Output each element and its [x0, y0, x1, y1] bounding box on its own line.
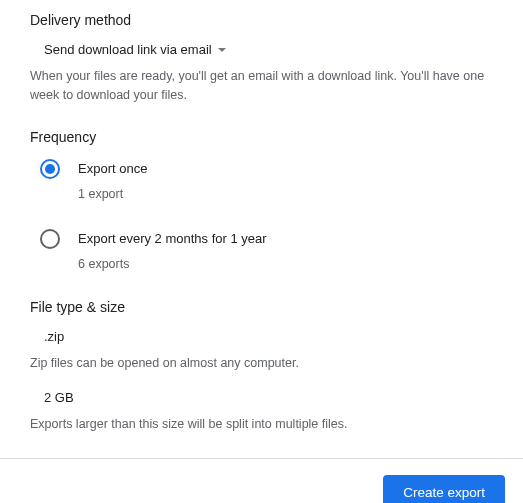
frequency-option-sub: 1 export	[78, 187, 493, 201]
frequency-option-label: Export every 2 months for 1 year	[78, 231, 267, 246]
frequency-option-sub: 6 exports	[78, 257, 493, 271]
file-type-dropdown[interactable]: .zip	[44, 329, 74, 344]
delivery-method-dropdown[interactable]: Send download link via email	[44, 42, 226, 57]
frequency-option-label: Export once	[78, 161, 147, 176]
delivery-method-title: Delivery method	[30, 12, 493, 28]
file-size-selected: 2 GB	[44, 390, 74, 405]
file-type-helper: Zip files can be opened on almost any co…	[30, 354, 493, 373]
radio-selected-icon	[40, 159, 60, 179]
frequency-section: Frequency Export once 1 export Export ev…	[30, 129, 493, 271]
create-export-button[interactable]: Create export	[383, 475, 505, 503]
export-settings: Delivery method Send download link via e…	[0, 0, 523, 434]
frequency-option-once[interactable]: Export once 1 export	[30, 159, 493, 201]
file-type-selected: .zip	[44, 329, 64, 344]
frequency-title: Frequency	[30, 129, 493, 145]
delivery-method-helper: When your files are ready, you'll get an…	[30, 67, 493, 105]
caret-down-icon	[218, 48, 226, 52]
radio-unselected-icon	[40, 229, 60, 249]
file-size-dropdown[interactable]: 2 GB	[44, 390, 84, 405]
footer: Create export	[0, 458, 523, 503]
frequency-option-every-2-months[interactable]: Export every 2 months for 1 year 6 expor…	[30, 229, 493, 271]
delivery-method-selected: Send download link via email	[44, 42, 212, 57]
file-type-size-title: File type & size	[30, 299, 493, 315]
file-size-helper: Exports larger than this size will be sp…	[30, 415, 493, 434]
file-type-size-section: File type & size .zip Zip files can be o…	[30, 299, 493, 435]
delivery-method-section: Delivery method Send download link via e…	[30, 12, 493, 105]
